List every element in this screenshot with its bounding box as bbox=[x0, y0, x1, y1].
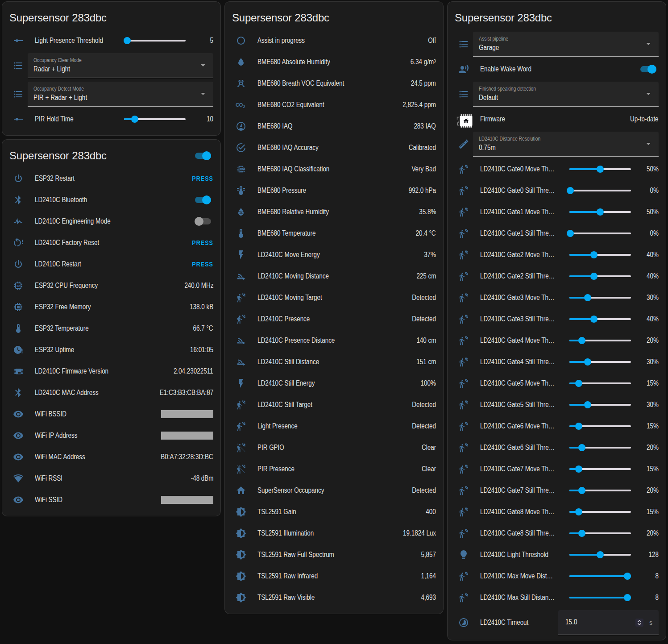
svg-text:CO: CO bbox=[236, 102, 243, 108]
svg-text:32: 32 bbox=[17, 284, 20, 287]
svg-text:2: 2 bbox=[243, 104, 245, 109]
